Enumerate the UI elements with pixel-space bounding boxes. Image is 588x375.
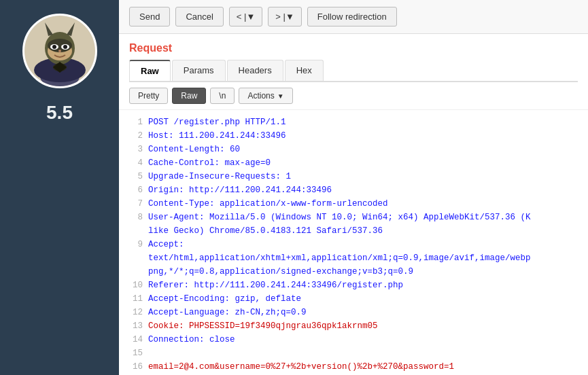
code-line-5: 5 Upgrade-Insecure-Requests: 1 [129, 170, 578, 183]
code-line-3: 3 Content-Length: 60 [129, 143, 578, 156]
line-content: Accept-Language: zh-CN,zh;q=0.9 [148, 306, 578, 319]
line-num: 7 [129, 197, 143, 211]
line-content: Accept: [148, 238, 578, 251]
actions-button[interactable]: Actions ▼ [239, 88, 292, 104]
line-content: Cookie: PHPSESSID=19f3490qjngrau36qpk1ak… [148, 319, 578, 333]
pretty-button[interactable]: Pretty [129, 88, 168, 104]
avatar-image [24, 16, 95, 86]
code-line-1: 1 POST /register.php HTTP/1.1 [129, 115, 578, 129]
follow-redirection-button[interactable]: Follow redirection [307, 7, 397, 26]
nav-forward-button[interactable]: > |▼ [268, 7, 301, 26]
line-num: 2 [129, 129, 143, 143]
newline-button[interactable]: \n [210, 88, 235, 104]
line-num: 11 [129, 292, 143, 306]
avatar [22, 14, 97, 88]
line-num: 9 [129, 238, 143, 251]
code-line-7: 7 Content-Type: application/x-www-form-u… [129, 197, 578, 211]
code-area[interactable]: 1 POST /register.php HTTP/1.1 2 Host: 11… [119, 110, 588, 375]
send-button[interactable]: Send [129, 7, 170, 26]
line-content: like Gecko) Chrome/85.0.4183.121 Safari/… [148, 224, 578, 238]
line-content: Cache-Control: max-age=0 [148, 156, 578, 170]
line-num: 14 [129, 333, 143, 346]
dropdown-arrow-icon: ▼ [277, 92, 284, 100]
line-content: Referer: http://111.200.241.244:33496/re… [148, 279, 578, 292]
line-content: Content-Type: application/x-www-form-url… [148, 197, 578, 211]
line-content: Connection: close [148, 333, 578, 346]
line-num [129, 224, 143, 238]
line-content: Origin: http://111.200.241.244:33496 [148, 183, 578, 197]
line-num [129, 251, 143, 265]
line-content: Accept-Encoding: gzip, deflate [148, 292, 578, 306]
line-content: User-Agent: Mozilla/5.0 (Windows NT 10.0… [148, 211, 578, 224]
code-line-14: 14 Connection: close [129, 333, 578, 346]
svg-point-10 [52, 45, 56, 49]
line-num: 13 [129, 319, 143, 333]
version-label: 5.5 [46, 102, 73, 124]
code-line-6: 6 Origin: http://111.200.241.244:33496 [129, 183, 578, 197]
line-content: email=2@4.com&username=0%27+%2b+version(… [148, 360, 578, 374]
main-content: Send Cancel < |▼ > |▼ Follow redirection… [119, 0, 588, 375]
code-line-15: 15 [129, 346, 578, 360]
raw-button[interactable]: Raw [172, 88, 206, 104]
tab-headers[interactable]: Headers [227, 60, 283, 81]
line-num: 4 [129, 156, 143, 170]
line-num: 16 [129, 360, 143, 374]
toolbar: Send Cancel < |▼ > |▼ Follow redirection [119, 0, 588, 34]
line-content [148, 346, 578, 360]
request-section: Request Raw Params Headers Hex [119, 34, 588, 82]
nav-forward-label: > |▼ [275, 12, 294, 22]
code-line-8b: like Gecko) Chrome/85.0.4183.121 Safari/… [129, 224, 578, 238]
code-line-9: 9 Accept: [129, 238, 578, 251]
line-num: 5 [129, 170, 143, 183]
code-line-16: 16 email=2@4.com&username=0%27+%2b+versi… [129, 360, 578, 374]
code-line-13: 13 Cookie: PHPSESSID=19f3490qjngrau36qpk… [129, 319, 578, 333]
sidebar: 5.5 [0, 0, 119, 375]
line-num: 8 [129, 211, 143, 224]
code-line-4: 4 Cache-Control: max-age=0 [129, 156, 578, 170]
request-title: Request [129, 42, 578, 54]
line-num: 10 [129, 279, 143, 292]
line-content: png,*/*;q=0.8,application/signed-exchang… [148, 265, 578, 279]
line-num: 1 [129, 115, 143, 129]
line-num: 15 [129, 346, 143, 360]
line-content: Content-Length: 60 [148, 143, 578, 156]
tab-params[interactable]: Params [172, 60, 226, 81]
svg-point-11 [63, 45, 67, 49]
code-line-9a: text/html,application/xhtml+xml,applicat… [129, 251, 578, 265]
request-tabs: Raw Params Headers Hex [129, 60, 578, 82]
line-num: 6 [129, 183, 143, 197]
line-num: 3 [129, 143, 143, 156]
cancel-button[interactable]: Cancel [175, 7, 223, 26]
line-content: Upgrade-Insecure-Requests: 1 [148, 170, 578, 183]
line-content: text/html,application/xhtml+xml,applicat… [148, 251, 578, 265]
nav-back-label: < |▼ [237, 12, 255, 22]
line-content: POST /register.php HTTP/1.1 [148, 115, 578, 129]
code-line-12: 12 Accept-Language: zh-CN,zh;q=0.9 [129, 306, 578, 319]
line-content: Host: 111.200.241.244:33496 [148, 129, 578, 143]
sub-toolbar: Pretty Raw \n Actions ▼ [119, 82, 588, 110]
svg-point-12 [58, 50, 61, 52]
actions-label: Actions [247, 91, 274, 101]
nav-back-button[interactable]: < |▼ [229, 7, 262, 26]
code-line-8: 8 User-Agent: Mozilla/5.0 (Windows NT 10… [129, 211, 578, 224]
code-line-2: 2 Host: 111.200.241.244:33496 [129, 129, 578, 143]
code-line-11: 11 Accept-Encoding: gzip, deflate [129, 292, 578, 306]
code-line-9b: png,*/*;q=0.8,application/signed-exchang… [129, 265, 578, 279]
tab-raw[interactable]: Raw [129, 60, 171, 81]
line-num: 12 [129, 306, 143, 319]
tab-hex[interactable]: Hex [285, 60, 324, 81]
code-line-10: 10 Referer: http://111.200.241.244:33496… [129, 279, 578, 292]
line-num [129, 265, 143, 279]
